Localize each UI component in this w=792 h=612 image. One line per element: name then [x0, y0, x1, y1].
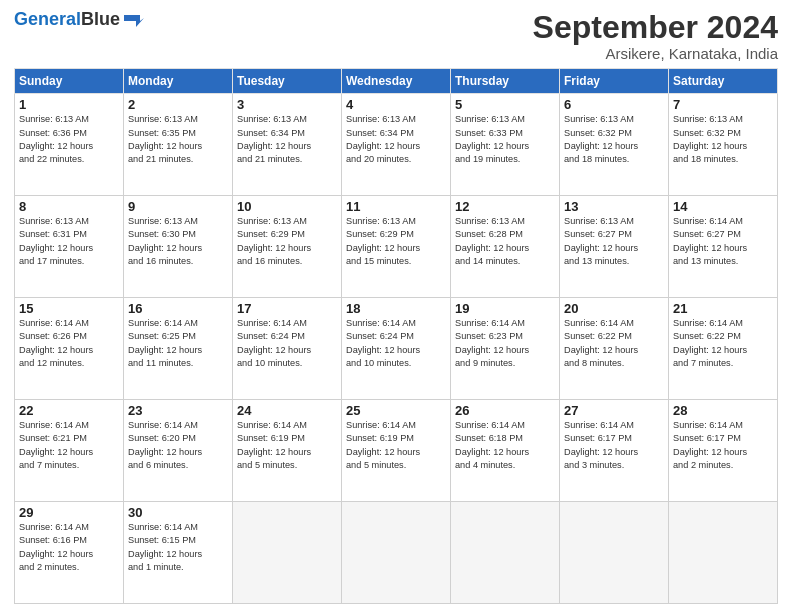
calendar-cell: 30Sunrise: 6:14 AM Sunset: 6:15 PM Dayli…	[124, 502, 233, 604]
calendar-cell: 29Sunrise: 6:14 AM Sunset: 6:16 PM Dayli…	[15, 502, 124, 604]
day-number: 16	[128, 301, 228, 316]
day-header-sunday: Sunday	[15, 69, 124, 94]
day-number: 25	[346, 403, 446, 418]
day-number: 11	[346, 199, 446, 214]
calendar-cell: 25Sunrise: 6:14 AM Sunset: 6:19 PM Dayli…	[342, 400, 451, 502]
day-number: 19	[455, 301, 555, 316]
calendar-week-4: 29Sunrise: 6:14 AM Sunset: 6:16 PM Dayli…	[15, 502, 778, 604]
day-info: Sunrise: 6:13 AM Sunset: 6:36 PM Dayligh…	[19, 113, 119, 166]
day-number: 18	[346, 301, 446, 316]
calendar-cell: 12Sunrise: 6:13 AM Sunset: 6:28 PM Dayli…	[451, 196, 560, 298]
day-info: Sunrise: 6:14 AM Sunset: 6:24 PM Dayligh…	[237, 317, 337, 370]
calendar-cell: 9Sunrise: 6:13 AM Sunset: 6:30 PM Daylig…	[124, 196, 233, 298]
day-info: Sunrise: 6:14 AM Sunset: 6:18 PM Dayligh…	[455, 419, 555, 472]
calendar-cell	[451, 502, 560, 604]
calendar-cell: 8Sunrise: 6:13 AM Sunset: 6:31 PM Daylig…	[15, 196, 124, 298]
calendar-cell: 22Sunrise: 6:14 AM Sunset: 6:21 PM Dayli…	[15, 400, 124, 502]
day-info: Sunrise: 6:13 AM Sunset: 6:32 PM Dayligh…	[564, 113, 664, 166]
day-number: 13	[564, 199, 664, 214]
day-header-thursday: Thursday	[451, 69, 560, 94]
calendar-cell	[233, 502, 342, 604]
day-info: Sunrise: 6:14 AM Sunset: 6:24 PM Dayligh…	[346, 317, 446, 370]
day-info: Sunrise: 6:14 AM Sunset: 6:27 PM Dayligh…	[673, 215, 773, 268]
day-info: Sunrise: 6:14 AM Sunset: 6:22 PM Dayligh…	[564, 317, 664, 370]
day-info: Sunrise: 6:14 AM Sunset: 6:20 PM Dayligh…	[128, 419, 228, 472]
day-header-saturday: Saturday	[669, 69, 778, 94]
day-number: 9	[128, 199, 228, 214]
day-info: Sunrise: 6:14 AM Sunset: 6:16 PM Dayligh…	[19, 521, 119, 574]
page-container: GeneralBlue September 2024 Arsikere, Kar…	[0, 0, 792, 612]
calendar-cell: 20Sunrise: 6:14 AM Sunset: 6:22 PM Dayli…	[560, 298, 669, 400]
calendar-cell: 14Sunrise: 6:14 AM Sunset: 6:27 PM Dayli…	[669, 196, 778, 298]
day-info: Sunrise: 6:14 AM Sunset: 6:21 PM Dayligh…	[19, 419, 119, 472]
day-number: 17	[237, 301, 337, 316]
svg-marker-0	[124, 15, 144, 27]
calendar-cell: 7Sunrise: 6:13 AM Sunset: 6:32 PM Daylig…	[669, 94, 778, 196]
day-info: Sunrise: 6:14 AM Sunset: 6:23 PM Dayligh…	[455, 317, 555, 370]
calendar-week-1: 8Sunrise: 6:13 AM Sunset: 6:31 PM Daylig…	[15, 196, 778, 298]
calendar-cell: 17Sunrise: 6:14 AM Sunset: 6:24 PM Dayli…	[233, 298, 342, 400]
calendar-week-0: 1Sunrise: 6:13 AM Sunset: 6:36 PM Daylig…	[15, 94, 778, 196]
day-info: Sunrise: 6:13 AM Sunset: 6:33 PM Dayligh…	[455, 113, 555, 166]
day-info: Sunrise: 6:13 AM Sunset: 6:35 PM Dayligh…	[128, 113, 228, 166]
logo-icon	[122, 11, 144, 29]
calendar-cell	[560, 502, 669, 604]
day-info: Sunrise: 6:13 AM Sunset: 6:29 PM Dayligh…	[237, 215, 337, 268]
calendar-table: SundayMondayTuesdayWednesdayThursdayFrid…	[14, 68, 778, 604]
page-header: GeneralBlue September 2024 Arsikere, Kar…	[14, 10, 778, 62]
day-info: Sunrise: 6:14 AM Sunset: 6:17 PM Dayligh…	[673, 419, 773, 472]
calendar-cell: 16Sunrise: 6:14 AM Sunset: 6:25 PM Dayli…	[124, 298, 233, 400]
day-number: 30	[128, 505, 228, 520]
day-info: Sunrise: 6:14 AM Sunset: 6:15 PM Dayligh…	[128, 521, 228, 574]
day-info: Sunrise: 6:13 AM Sunset: 6:29 PM Dayligh…	[346, 215, 446, 268]
calendar-cell: 26Sunrise: 6:14 AM Sunset: 6:18 PM Dayli…	[451, 400, 560, 502]
calendar-cell: 21Sunrise: 6:14 AM Sunset: 6:22 PM Dayli…	[669, 298, 778, 400]
day-info: Sunrise: 6:13 AM Sunset: 6:34 PM Dayligh…	[237, 113, 337, 166]
calendar-cell: 24Sunrise: 6:14 AM Sunset: 6:19 PM Dayli…	[233, 400, 342, 502]
day-info: Sunrise: 6:14 AM Sunset: 6:25 PM Dayligh…	[128, 317, 228, 370]
day-header-wednesday: Wednesday	[342, 69, 451, 94]
day-info: Sunrise: 6:14 AM Sunset: 6:22 PM Dayligh…	[673, 317, 773, 370]
day-number: 3	[237, 97, 337, 112]
day-info: Sunrise: 6:13 AM Sunset: 6:32 PM Dayligh…	[673, 113, 773, 166]
calendar-cell: 18Sunrise: 6:14 AM Sunset: 6:24 PM Dayli…	[342, 298, 451, 400]
day-number: 23	[128, 403, 228, 418]
calendar-week-3: 22Sunrise: 6:14 AM Sunset: 6:21 PM Dayli…	[15, 400, 778, 502]
day-number: 5	[455, 97, 555, 112]
calendar-cell: 6Sunrise: 6:13 AM Sunset: 6:32 PM Daylig…	[560, 94, 669, 196]
day-number: 1	[19, 97, 119, 112]
day-number: 15	[19, 301, 119, 316]
calendar-cell: 11Sunrise: 6:13 AM Sunset: 6:29 PM Dayli…	[342, 196, 451, 298]
day-number: 24	[237, 403, 337, 418]
calendar-cell: 1Sunrise: 6:13 AM Sunset: 6:36 PM Daylig…	[15, 94, 124, 196]
day-info: Sunrise: 6:13 AM Sunset: 6:28 PM Dayligh…	[455, 215, 555, 268]
calendar-cell: 15Sunrise: 6:14 AM Sunset: 6:26 PM Dayli…	[15, 298, 124, 400]
day-info: Sunrise: 6:13 AM Sunset: 6:30 PM Dayligh…	[128, 215, 228, 268]
calendar-cell: 23Sunrise: 6:14 AM Sunset: 6:20 PM Dayli…	[124, 400, 233, 502]
day-info: Sunrise: 6:14 AM Sunset: 6:19 PM Dayligh…	[237, 419, 337, 472]
day-number: 10	[237, 199, 337, 214]
day-number: 7	[673, 97, 773, 112]
day-info: Sunrise: 6:13 AM Sunset: 6:31 PM Dayligh…	[19, 215, 119, 268]
calendar-cell: 13Sunrise: 6:13 AM Sunset: 6:27 PM Dayli…	[560, 196, 669, 298]
day-number: 28	[673, 403, 773, 418]
month-title: September 2024	[533, 10, 778, 45]
location: Arsikere, Karnataka, India	[533, 45, 778, 62]
logo-general: General	[14, 9, 81, 29]
day-number: 21	[673, 301, 773, 316]
day-number: 29	[19, 505, 119, 520]
day-number: 8	[19, 199, 119, 214]
calendar-cell: 19Sunrise: 6:14 AM Sunset: 6:23 PM Dayli…	[451, 298, 560, 400]
day-number: 12	[455, 199, 555, 214]
day-number: 2	[128, 97, 228, 112]
day-number: 22	[19, 403, 119, 418]
calendar-cell: 3Sunrise: 6:13 AM Sunset: 6:34 PM Daylig…	[233, 94, 342, 196]
calendar-cell	[342, 502, 451, 604]
calendar-week-2: 15Sunrise: 6:14 AM Sunset: 6:26 PM Dayli…	[15, 298, 778, 400]
logo-text: GeneralBlue	[14, 10, 120, 30]
day-info: Sunrise: 6:14 AM Sunset: 6:19 PM Dayligh…	[346, 419, 446, 472]
logo: GeneralBlue	[14, 10, 144, 30]
day-info: Sunrise: 6:13 AM Sunset: 6:34 PM Dayligh…	[346, 113, 446, 166]
logo-blue: Blue	[81, 9, 120, 29]
calendar-header-row: SundayMondayTuesdayWednesdayThursdayFrid…	[15, 69, 778, 94]
